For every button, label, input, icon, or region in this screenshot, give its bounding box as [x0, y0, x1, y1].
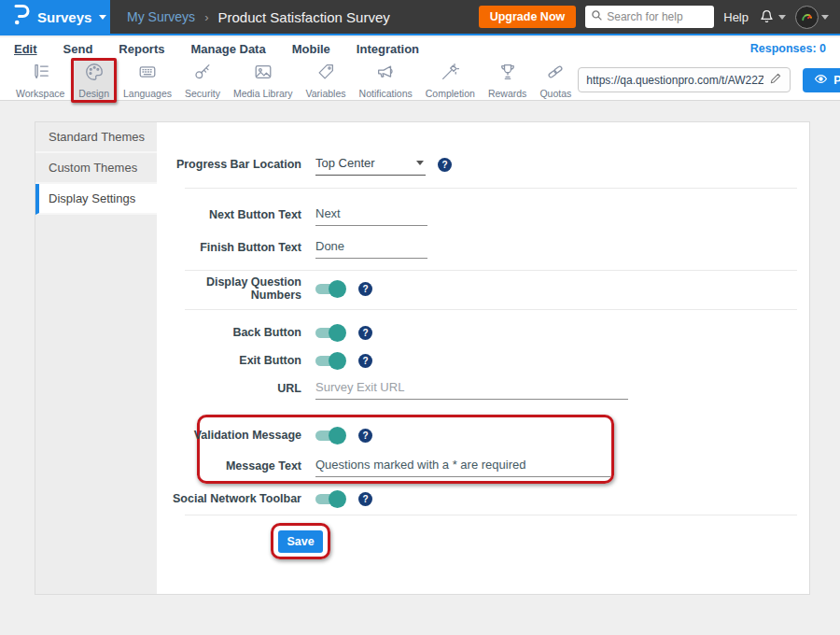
megaphone-icon — [375, 62, 396, 86]
progress-bar-location-row: Progress Bar Location Top Center ? — [157, 152, 452, 176]
nav-manage-data[interactable]: Manage Data — [190, 42, 265, 56]
chevron-down-icon — [821, 15, 829, 20]
sidebar-item-display-settings[interactable]: Display Settings — [35, 184, 157, 215]
tool-list: Workspace Design Langu — [9, 58, 578, 103]
preview-label: Preview — [833, 74, 840, 87]
tool-languages[interactable]: Languages — [117, 58, 178, 103]
back-button-toggle[interactable] — [315, 324, 346, 342]
nav-mobile[interactable]: Mobile — [292, 42, 330, 56]
help-icon[interactable]: ? — [358, 354, 372, 368]
progress-bar-location-select[interactable]: Top Center — [315, 154, 426, 176]
help-icon[interactable]: ? — [358, 429, 372, 443]
tool-label: Variables — [306, 88, 346, 99]
field-label: Exit Button — [157, 354, 301, 367]
image-icon — [253, 62, 273, 86]
display-question-numbers-row: Display Question Numbers ? — [157, 276, 372, 301]
help-icon[interactable]: ? — [358, 492, 372, 506]
tool-workspace[interactable]: Workspace — [9, 58, 71, 103]
tool-variables[interactable]: Variables — [300, 58, 353, 103]
product-menu-label: Surveys — [37, 9, 91, 25]
nav-edit[interactable]: Edit — [14, 42, 37, 56]
search-input[interactable] — [607, 10, 705, 23]
responses-count[interactable]: Responses: 0 — [750, 42, 826, 55]
field-label: URL — [157, 382, 301, 395]
nav-send[interactable]: Send — [63, 42, 93, 56]
field-label: Display Question Numbers — [157, 275, 301, 302]
validation-message-toggle[interactable] — [315, 427, 346, 444]
validation-message-row: Validation Message ? — [157, 423, 372, 447]
field-label: Finish Button Text — [157, 241, 301, 254]
nav-integration[interactable]: Integration — [357, 42, 419, 56]
save-button[interactable]: Save — [278, 530, 323, 553]
chevron-down-icon — [416, 161, 424, 165]
next-button-text-row: Next Button Text — [157, 203, 427, 227]
field-label: Social Network Toolbar — [157, 492, 301, 505]
breadcrumb: My Surveys › Product Satisfaction Survey — [127, 9, 390, 25]
tool-label: Languages — [123, 88, 172, 99]
edit-pencil-icon[interactable] — [769, 72, 782, 89]
survey-nav: Edit Send Reports Manage Data Mobile Int… — [0, 37, 840, 60]
next-button-text-input[interactable] — [315, 205, 427, 226]
design-palette-icon — [84, 62, 105, 86]
field-label: Validation Message — [157, 429, 301, 442]
exit-url-row: URL — [157, 376, 628, 401]
help-search[interactable] — [585, 6, 714, 28]
trophy-icon — [497, 62, 518, 86]
survey-url-field[interactable]: https://qa.questionpro.com/t/AW22Zcq2J — [578, 67, 791, 92]
notifications-menu[interactable] — [758, 7, 786, 28]
tool-label: Notifications — [359, 88, 413, 99]
sidebar-item-standard-themes[interactable]: Standard Themes — [35, 122, 157, 153]
selected-value: Top Center — [315, 156, 375, 170]
field-label: Message Text — [157, 459, 301, 473]
design-toolbar: Workspace Design Langu — [0, 60, 840, 101]
finish-button-text-row: Finish Button Text — [157, 235, 427, 260]
workspace-icon — [30, 62, 50, 86]
tool-design[interactable]: Design — [71, 58, 117, 103]
social-network-toolbar-row: Social Network Toolbar ? — [157, 487, 372, 511]
tool-notifications[interactable]: Notifications — [353, 58, 419, 103]
help-link[interactable]: Help — [723, 10, 749, 24]
divider — [185, 270, 797, 271]
tool-label: Workspace — [16, 88, 64, 99]
sidebar-item-custom-themes[interactable]: Custom Themes — [35, 153, 157, 184]
key-icon — [192, 62, 213, 86]
exit-button-toggle[interactable] — [315, 352, 346, 370]
field-label: Back Button — [157, 326, 301, 339]
avatar — [795, 6, 819, 29]
header-actions: Upgrade Now Help — [479, 6, 840, 29]
page-title: Product Satisfaction Survey — [217, 9, 389, 25]
help-icon[interactable]: ? — [358, 326, 372, 340]
divider — [185, 515, 797, 515]
message-text-row: Message Text — [157, 454, 610, 478]
social-network-toolbar-toggle[interactable] — [315, 490, 346, 508]
tool-label: Media Library — [233, 88, 293, 99]
preview-button[interactable]: Preview — [803, 68, 840, 92]
bell-icon — [758, 7, 776, 28]
chevron-down-icon — [99, 15, 106, 20]
breadcrumb-my-surveys[interactable]: My Surveys — [127, 9, 195, 24]
message-text-input[interactable] — [315, 456, 610, 477]
tool-rewards[interactable]: Rewards — [482, 58, 533, 103]
tool-media-library[interactable]: Media Library — [227, 58, 300, 103]
divider — [185, 309, 797, 310]
help-icon[interactable]: ? — [438, 158, 452, 172]
questionpro-app: Surveys My Surveys › Product Satisfactio… — [0, 0, 840, 635]
breadcrumb-separator: › — [204, 10, 208, 24]
field-label: Progress Bar Location — [157, 158, 301, 171]
tool-completion[interactable]: Completion — [419, 58, 482, 103]
keyboard-icon — [137, 62, 158, 86]
tool-label: Rewards — [488, 88, 526, 99]
display-question-numbers-toggle[interactable] — [315, 280, 346, 298]
surveys-product-menu[interactable]: Surveys — [0, 0, 110, 35]
tool-quotas[interactable]: Quotas — [533, 58, 578, 103]
account-menu[interactable] — [795, 6, 829, 29]
design-sidebar: Standard Themes Custom Themes Display Se… — [35, 122, 157, 594]
help-icon[interactable]: ? — [358, 282, 372, 296]
field-label: Next Button Text — [157, 208, 301, 221]
exit-button-row: Exit Button ? — [157, 348, 372, 373]
survey-exit-url-input[interactable] — [315, 378, 628, 400]
upgrade-now-button[interactable]: Upgrade Now — [479, 6, 577, 28]
tool-security[interactable]: Security — [178, 58, 227, 103]
finish-button-text-input[interactable] — [315, 237, 427, 259]
nav-reports[interactable]: Reports — [119, 42, 164, 56]
